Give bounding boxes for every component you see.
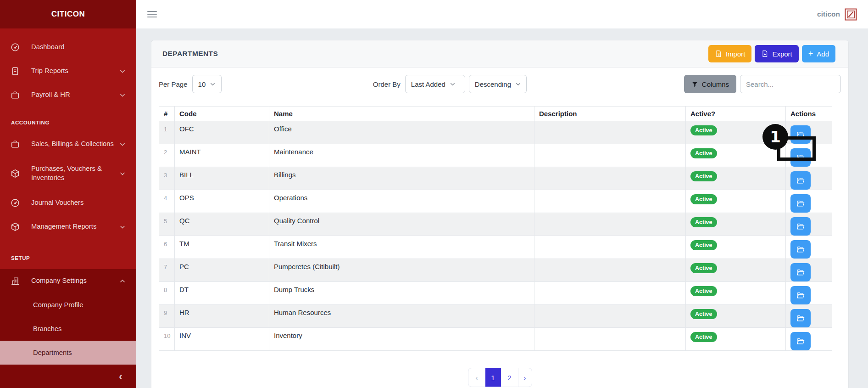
open-record-button[interactable] (790, 125, 811, 144)
table-row: 6 TM Transit Mixers Active (159, 236, 832, 259)
open-record-button[interactable] (790, 148, 811, 167)
folder-open-icon (796, 246, 805, 253)
pagination-page-1[interactable]: 1 (485, 368, 501, 387)
hamburger-menu-icon[interactable] (147, 9, 157, 19)
chevron-down-icon (120, 143, 125, 146)
search-input[interactable] (740, 75, 841, 93)
user-name[interactable]: citicon (817, 10, 840, 18)
export-button[interactable]: Export (755, 45, 798, 62)
order-by-select[interactable]: Last Added (405, 75, 465, 93)
status-badge: Active (690, 286, 717, 296)
table-row: 9 HR Human Resources Active (159, 305, 832, 328)
sidebar-item-company-profile[interactable]: Company Profile (0, 293, 136, 317)
status-badge: Active (690, 217, 717, 227)
company-settings-group: Company Settings Company Profile Branche… (0, 269, 136, 388)
sidebar-item-branches[interactable]: Branches (0, 317, 136, 341)
sidebar-item-management-reports[interactable]: Management Reports (0, 215, 136, 239)
folder-open-icon (796, 292, 805, 299)
section-label-setup: SETUP (0, 239, 136, 269)
company-logo-icon[interactable] (845, 8, 857, 21)
table-row: 2 MAINT Maintenance Active (159, 144, 832, 167)
pagination-prev-button[interactable]: ‹ (468, 368, 485, 387)
funnel-icon (691, 81, 698, 88)
chevron-down-icon (120, 94, 125, 97)
folder-open-icon (796, 154, 805, 161)
folder-open-icon (796, 337, 805, 345)
sidebar-item-label: Management Reports (31, 222, 116, 231)
open-record-button[interactable] (790, 194, 811, 213)
header-num: # (159, 107, 175, 121)
chevron-down-icon (120, 225, 125, 229)
header-code: Code (175, 107, 269, 121)
page-title: DEPARTMENTS (162, 50, 218, 58)
folder-open-icon (796, 177, 805, 184)
sidebar-item-label: Purchases, Vouchers & Inventories (31, 164, 116, 183)
status-badge: Active (690, 240, 717, 250)
cube-icon (10, 169, 22, 179)
sort-direction-select[interactable]: Descending (469, 75, 527, 93)
sidebar-item-payroll-hr[interactable]: Payroll & HR (0, 83, 136, 107)
sidebar-item-company-settings[interactable]: Company Settings (0, 269, 136, 293)
import-button[interactable]: Import (708, 45, 752, 62)
sidebar-item-departments[interactable]: Departments (0, 341, 136, 365)
folder-open-icon (796, 223, 805, 230)
add-button[interactable]: + Add (802, 45, 835, 62)
cube-icon (10, 222, 22, 232)
header-description: Description (534, 107, 686, 121)
card-header: DEPARTMENTS Import Export (151, 40, 848, 67)
import-icon (715, 50, 722, 57)
sidebar-item-label: Sales, Billings & Collections (31, 140, 116, 149)
sidebar-item-trip-reports[interactable]: Trip Reports (0, 59, 136, 83)
table-row: 1 OFC Office Active (159, 121, 832, 144)
per-page-select[interactable]: 10 (192, 75, 222, 93)
sidebar-subitem-label: Branches (33, 325, 62, 332)
sidebar-item-dashboard[interactable]: Dashboard (0, 35, 136, 59)
card-body: Per Page 10 Order By Last Added (151, 67, 848, 388)
open-record-button[interactable] (790, 171, 811, 190)
export-icon (761, 50, 768, 57)
header-active: Active? (686, 107, 786, 121)
open-record-button[interactable] (790, 217, 811, 236)
open-record-button[interactable] (790, 240, 811, 259)
departments-card: DEPARTMENTS Import Export (151, 40, 848, 388)
status-badge: Active (690, 263, 717, 273)
status-badge: Active (690, 309, 717, 319)
briefcase-icon (10, 90, 22, 100)
open-record-button[interactable] (790, 286, 811, 304)
briefcase-icon (10, 139, 22, 149)
plus-icon: + (808, 50, 813, 58)
per-page-label: Per Page (159, 80, 188, 88)
open-record-button[interactable] (790, 332, 811, 350)
sidebar-collapse-button[interactable]: ‹ (0, 365, 136, 388)
pagination-next-button[interactable]: › (518, 368, 532, 387)
document-icon (10, 66, 22, 76)
gauge-icon (10, 198, 22, 208)
open-record-button[interactable] (790, 309, 811, 327)
pagination-page-2[interactable]: 2 (501, 368, 518, 387)
sidebar-item-sales-billings-collections[interactable]: Sales, Billings & Collections (0, 132, 136, 156)
status-badge: Active (690, 194, 717, 204)
building-icon (10, 276, 22, 286)
pagination: ‹ 1 2 › (468, 368, 532, 387)
folder-open-icon (796, 131, 805, 138)
sidebar-item-label: Trip Reports (31, 67, 116, 76)
status-badge: Active (690, 171, 717, 181)
sidebar-item-journal-vouchers[interactable]: Journal Vouchers (0, 191, 136, 215)
sidebar-subitem-label: Departments (33, 349, 72, 356)
status-badge: Active (690, 332, 717, 342)
main-content: DEPARTMENTS Import Export (136, 28, 868, 388)
table-row: 10 INV Inventory Active (159, 328, 832, 351)
gauge-icon (10, 42, 22, 52)
section-label-accounting: ACCOUNTING (0, 107, 136, 132)
chevron-down-icon (210, 83, 215, 86)
table-row: 4 OPS Operations Active (159, 190, 832, 213)
topbar: citicon (136, 0, 868, 28)
columns-button[interactable]: Columns (684, 75, 736, 93)
chevron-down-icon (120, 70, 125, 73)
open-record-button[interactable] (790, 263, 811, 281)
sidebar-item-purchases-vouchers-inventories[interactable]: Purchases, Vouchers & Inventories (0, 156, 136, 191)
chevron-down-icon (120, 172, 125, 175)
sidebar-item-label: Company Settings (31, 276, 116, 286)
sidebar-nav: Dashboard Trip Reports Payroll & HR ACCO… (0, 28, 136, 388)
table-row: 8 DT Dump Trucks Active (159, 282, 832, 305)
